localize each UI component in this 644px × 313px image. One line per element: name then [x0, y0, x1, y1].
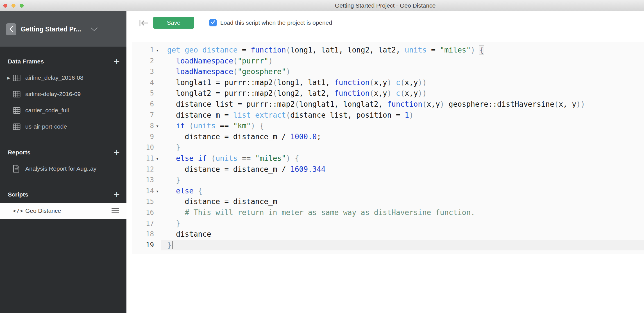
code-editor[interactable]: 1▾get_geo_distance = function(long1, lat…: [132, 42, 644, 254]
line-number: 11: [132, 153, 154, 164]
fold-gutter-spacer: [154, 229, 161, 240]
sidebar-item-analysis-report-for-aug-ay[interactable]: Analysis Report for Aug..ay: [0, 161, 126, 177]
code-text: if (units == "km") {: [161, 120, 644, 131]
main-area: Save Load this script when the project i…: [126, 11, 644, 313]
code-line-15[interactable]: 15 distance = distance_m: [132, 196, 644, 207]
fold-arrow-icon[interactable]: ▾: [154, 120, 161, 131]
code-text: loadNamespace("purrr"): [161, 56, 644, 67]
fold-arrow-icon[interactable]: ▾: [154, 186, 161, 197]
line-number: 9: [132, 131, 154, 142]
code-line-14[interactable]: 14▾ else {: [132, 186, 644, 197]
line-number: 7: [132, 110, 154, 121]
code-line-4[interactable]: 4 longlat1 = purrr::map2(long1, lat1, fu…: [132, 77, 644, 88]
checkmark-icon: [210, 19, 216, 26]
code-line-10[interactable]: 10 }: [132, 142, 644, 153]
fold-gutter-spacer: [154, 56, 161, 67]
window-title: Getting Started Project - Geo Distance: [126, 0, 644, 11]
add-data-frames-button[interactable]: +: [114, 56, 120, 67]
code-line-8[interactable]: 8▾ if (units == "km") {: [132, 120, 644, 131]
fold-arrow-icon[interactable]: ▾: [154, 153, 161, 164]
section-title: Data Frames: [8, 58, 44, 65]
line-number: 1: [132, 45, 154, 56]
fold-gutter-spacer: [154, 207, 161, 218]
fold-gutter-spacer: [154, 66, 161, 77]
add-scripts-button[interactable]: +: [114, 189, 120, 200]
traffic-lights: [3, 4, 24, 8]
load-script-checkbox-label[interactable]: Load this script when the project is ope…: [220, 19, 332, 26]
fold-gutter-spacer: [154, 77, 161, 88]
document-icon: [13, 165, 21, 173]
fold-gutter-spacer: [154, 240, 161, 251]
section-header-scripts: Scripts+: [0, 186, 126, 203]
sidebar-item-geo-distance[interactable]: </>Geo Distance: [0, 203, 126, 219]
sidebar-item-airline-delay-2016-08[interactable]: ▶airline_delay_2016-08: [0, 70, 126, 86]
section-header-data-frames: Data Frames+: [0, 53, 126, 70]
code-icon: </>: [13, 207, 21, 214]
hamburger-menu-icon[interactable]: [111, 207, 119, 214]
chevron-down-icon[interactable]: [90, 27, 98, 33]
table-icon: [13, 74, 21, 81]
section-title: Scripts: [8, 191, 28, 198]
code-text: longlat2 = purrr::map2(long2, lat2, func…: [161, 88, 644, 99]
code-line-12[interactable]: 12 distance = distance_m / 1609.344: [132, 164, 644, 175]
code-text: else {: [161, 186, 644, 197]
code-line-18[interactable]: 18 distance: [132, 229, 644, 240]
close-button[interactable]: [3, 4, 7, 8]
sidebar: Getting Started Pr... Data Frames+▶airli…: [0, 11, 126, 313]
line-number: 17: [132, 218, 154, 229]
code-line-19[interactable]: 19}: [132, 240, 644, 251]
code-line-16[interactable]: 16 # This will return in meter as same w…: [132, 207, 644, 218]
code-line-5[interactable]: 5 longlat2 = purrr::map2(long2, lat2, fu…: [132, 88, 644, 99]
line-number: 14: [132, 186, 154, 197]
fold-gutter-spacer: [154, 218, 161, 229]
fold-gutter-spacer: [154, 99, 161, 110]
code-text: distance_list = purrr::map2(longlat1, lo…: [161, 99, 644, 110]
code-text: distance = distance_m / 1609.344: [161, 164, 644, 175]
line-number: 13: [132, 175, 154, 186]
line-number: 4: [132, 77, 154, 88]
load-script-checkbox[interactable]: [209, 19, 217, 26]
sidebar-item-label: Analysis Report for Aug..ay: [25, 165, 96, 172]
fold-gutter-spacer: [154, 175, 161, 186]
collapse-sidebar-icon[interactable]: [139, 18, 149, 29]
line-number: 3: [132, 66, 154, 77]
code-text: }: [161, 218, 644, 229]
fold-gutter-spacer: [154, 88, 161, 99]
line-number: 19: [132, 240, 154, 251]
sidebar-item-airline-delay-2016-09[interactable]: airline-delay-2016-09: [0, 86, 126, 102]
line-number: 2: [132, 56, 154, 67]
sidebar-item-us-air-port-code[interactable]: us-air-port-code: [0, 118, 126, 135]
titlebar: Getting Started Project - Geo Distance: [0, 0, 644, 12]
table-icon: [13, 91, 21, 98]
back-button[interactable]: [6, 23, 16, 35]
code-line-3[interactable]: 3 loadNamespace("geosphere"): [132, 66, 644, 77]
fullscreen-button[interactable]: [20, 4, 24, 8]
code-lines: 1▾get_geo_distance = function(long1, lat…: [132, 42, 644, 250]
code-text: }: [161, 175, 644, 186]
fold-gutter-spacer: [154, 142, 161, 153]
sidebar-sections: Data Frames+▶airline_delay_2016-08airlin…: [0, 47, 126, 219]
expand-triangle-icon[interactable]: ▶: [7, 76, 13, 80]
code-line-7[interactable]: 7 distance_m = list_extract(distance_lis…: [132, 110, 644, 121]
add-reports-button[interactable]: +: [114, 147, 120, 157]
code-text: loadNamespace("geosphere"): [161, 66, 644, 77]
project-title[interactable]: Getting Started Pr...: [21, 23, 81, 35]
line-number: 15: [132, 196, 154, 207]
sidebar-item-carrier-code-full[interactable]: carrier_code_full: [0, 102, 126, 118]
code-text: # This will return in meter as same way …: [161, 207, 644, 218]
code-line-1[interactable]: 1▾get_geo_distance = function(long1, lat…: [132, 45, 644, 56]
code-line-13[interactable]: 13 }: [132, 175, 644, 186]
section-header-reports: Reports+: [0, 144, 126, 161]
fold-arrow-icon[interactable]: ▾: [154, 45, 161, 56]
fold-gutter-spacer: [154, 196, 161, 207]
code-line-2[interactable]: 2 loadNamespace("purrr"): [132, 56, 644, 67]
code-line-17[interactable]: 17 }: [132, 218, 644, 229]
save-button[interactable]: Save: [153, 17, 194, 29]
code-line-9[interactable]: 9 distance = distance_m / 1000.0;: [132, 131, 644, 142]
code-line-11[interactable]: 11▾ else if (units == "miles") {: [132, 153, 644, 164]
sidebar-item-label: airline_delay_2016-08: [25, 74, 83, 81]
code-text: get_geo_distance = function(long1, lat1,…: [161, 45, 644, 56]
sidebar-section-data-frames: Data Frames+▶airline_delay_2016-08airlin…: [0, 53, 126, 135]
minimize-button[interactable]: [12, 4, 15, 8]
code-line-6[interactable]: 6 distance_list = purrr::map2(longlat1, …: [132, 99, 644, 110]
